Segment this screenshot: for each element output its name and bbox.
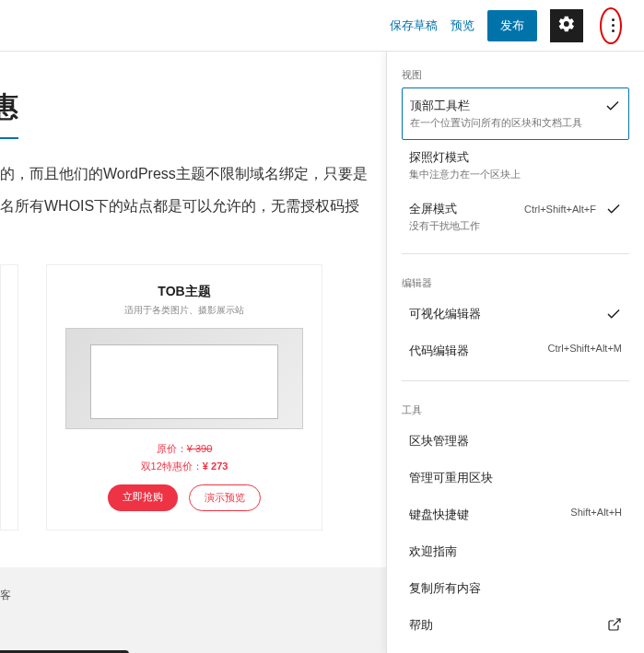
option-title: 帮助 bbox=[409, 617, 600, 634]
option-block-manager[interactable]: 区块管理器 bbox=[402, 423, 629, 460]
product-image bbox=[65, 328, 303, 429]
product-subtitle: 适用于各类图片、摄影展示站 bbox=[47, 304, 322, 317]
product-old-price: 原价：¥ 390 bbox=[47, 442, 322, 456]
option-help[interactable]: 帮助 bbox=[402, 607, 629, 644]
option-manage-reusable-blocks[interactable]: 管理可重用区块 bbox=[402, 460, 629, 496]
svg-line-0 bbox=[614, 619, 620, 625]
product-card-partial bbox=[0, 264, 18, 531]
product-card: TOB主题 适用于各类图片、摄影展示站 原价：¥ 390 双12特惠价：¥ 27… bbox=[46, 264, 322, 531]
option-title: 复制所有内容 bbox=[409, 580, 622, 597]
kebab-icon bbox=[612, 18, 615, 32]
shortcut-label: Ctrl+Shift+Alt+M bbox=[548, 343, 622, 354]
shortcut-label: Ctrl+Shift+Alt+F bbox=[524, 204, 596, 215]
option-title: 可视化编辑器 bbox=[409, 306, 598, 322]
save-draft-button[interactable]: 保存草稿 bbox=[390, 17, 438, 34]
gear-icon bbox=[557, 15, 576, 36]
more-options-panel: 视图 顶部工具栏 在一个位置访问所有的区块和文档工具 探照灯模式 集中注意力在一… bbox=[386, 52, 644, 653]
option-title: 顶部工具栏 bbox=[410, 98, 597, 114]
option-title: 代码编辑器 bbox=[409, 343, 541, 359]
content-heading: 惠 bbox=[0, 88, 18, 139]
divider bbox=[402, 253, 629, 254]
option-desc: 集中注意力在一个区块上 bbox=[409, 168, 622, 181]
option-title: 区块管理器 bbox=[409, 433, 622, 449]
option-spotlight-mode[interactable]: 探照灯模式 集中注意力在一个区块上 bbox=[402, 140, 629, 191]
option-fullscreen-mode[interactable]: 全屏模式 没有干扰地工作 Ctrl+Shift+Alt+F bbox=[402, 192, 629, 242]
demo-preview-button[interactable]: 演示预览 bbox=[189, 484, 261, 511]
settings-button[interactable] bbox=[550, 9, 583, 42]
panel-section-editor-heading: 编辑器 bbox=[402, 269, 629, 296]
option-welcome-guide[interactable]: 欢迎指南 bbox=[402, 533, 629, 570]
publish-button[interactable]: 发布 bbox=[487, 10, 537, 41]
check-icon bbox=[605, 201, 622, 217]
option-desc: 没有干扰地工作 bbox=[409, 219, 517, 233]
product-sale-price: 双12特惠价：¥ 273 bbox=[47, 460, 322, 473]
option-title: 探照灯模式 bbox=[409, 149, 622, 166]
check-icon bbox=[604, 98, 621, 114]
option-top-toolbar[interactable]: 顶部工具栏 在一个位置访问所有的区块和文档工具 bbox=[402, 87, 629, 140]
option-copy-all-content[interactable]: 复制所有内容 bbox=[402, 570, 629, 607]
more-options-button[interactable] bbox=[596, 9, 629, 42]
product-title: TOB主题 bbox=[47, 265, 322, 300]
option-title: 欢迎指南 bbox=[409, 543, 622, 560]
option-title: 键盘快捷键 bbox=[409, 507, 563, 523]
divider bbox=[402, 380, 629, 381]
option-code-editor[interactable]: 代码编辑器 Ctrl+Shift+Alt+M bbox=[402, 332, 629, 369]
option-title: 全屏模式 bbox=[409, 201, 517, 217]
shortcut-label: Shift+Alt+H bbox=[570, 507, 622, 518]
check-icon bbox=[605, 306, 622, 322]
editor-top-toolbar: 保存草稿 预览 发布 bbox=[0, 0, 644, 52]
option-desc: 在一个位置访问所有的区块和文档工具 bbox=[410, 116, 597, 130]
option-keyboard-shortcuts[interactable]: 键盘快捷键 Shift+Alt+H bbox=[402, 496, 629, 533]
option-visual-editor[interactable]: 可视化编辑器 bbox=[402, 296, 629, 332]
external-link-icon bbox=[607, 617, 622, 632]
preview-button[interactable]: 预览 bbox=[451, 17, 474, 34]
option-title: 管理可重用区块 bbox=[409, 470, 622, 486]
panel-section-view-heading: 视图 bbox=[402, 61, 629, 87]
buy-now-button[interactable]: 立即抢购 bbox=[108, 484, 178, 511]
panel-section-tools-heading: 工具 bbox=[402, 396, 629, 423]
